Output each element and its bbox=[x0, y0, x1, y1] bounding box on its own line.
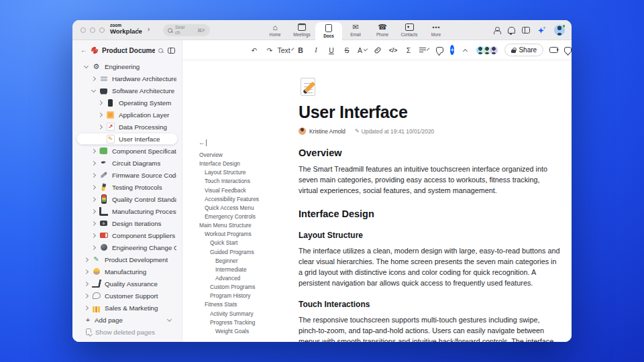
collapse-toolbar-button[interactable] bbox=[460, 44, 470, 57]
underline-button[interactable]: U bbox=[327, 44, 336, 57]
sidebar-page-item[interactable]: Sales & Marketing bbox=[72, 302, 182, 314]
comment-button[interactable] bbox=[435, 44, 444, 57]
redo-button[interactable]: ↷ bbox=[265, 44, 274, 57]
sidebar-page-item[interactable]: User Interface bbox=[76, 133, 178, 145]
sidebar-page-item[interactable]: Engineering Change Orders bbox=[72, 241, 182, 253]
toc-item[interactable]: Emergency Controls bbox=[199, 212, 292, 221]
sidebar-search-icon[interactable] bbox=[158, 48, 163, 53]
video-camera-icon[interactable] bbox=[549, 47, 558, 53]
tree-chevron-icon[interactable] bbox=[91, 208, 96, 213]
toc-item[interactable]: Quick Start bbox=[199, 239, 292, 247]
sidebar-page-item[interactable]: Manufacturing bbox=[72, 265, 182, 278]
sidebar-page-item[interactable]: Quality Assurance bbox=[72, 278, 182, 290]
add-page-button[interactable]: + Add page bbox=[72, 314, 182, 326]
tree-chevron-icon[interactable] bbox=[98, 100, 103, 105]
toc-item[interactable]: Intermediate bbox=[199, 265, 292, 274]
toc-item[interactable]: Progress Tracking bbox=[199, 318, 292, 326]
window-close-button[interactable] bbox=[80, 27, 86, 33]
toc-item[interactable]: Activity Summary bbox=[199, 309, 292, 318]
top-nav-tab[interactable]: Docs bbox=[315, 22, 342, 40]
sidebar-page-item[interactable]: Testing Protocols bbox=[72, 181, 182, 193]
tree-chevron-icon[interactable] bbox=[91, 221, 96, 225]
window-minimize-button[interactable] bbox=[90, 27, 95, 33]
sidebar-page-item[interactable]: Engineering bbox=[72, 60, 182, 72]
toc-item[interactable]: Visual Feedback bbox=[199, 186, 292, 194]
top-nav-tab[interactable]: More bbox=[423, 20, 449, 40]
toc-item[interactable]: Accessibility Features bbox=[199, 194, 292, 203]
insert-block-button[interactable]: + bbox=[450, 45, 454, 55]
text-color-dropdown[interactable]: A bbox=[358, 44, 367, 57]
toc-item[interactable]: Layout Structure bbox=[199, 168, 292, 177]
tree-chevron-icon[interactable] bbox=[84, 305, 89, 310]
sidebar-page-item[interactable]: Quality Control Standards bbox=[72, 193, 182, 205]
sidebar-page-item[interactable]: Component Specifications bbox=[72, 145, 182, 157]
tree-chevron-icon[interactable] bbox=[91, 172, 96, 177]
tree-chevron-icon[interactable] bbox=[84, 63, 89, 68]
sidebar-page-item[interactable]: Operating System bbox=[72, 97, 182, 109]
sidebar-page-item[interactable]: Component Suppliers bbox=[72, 229, 182, 241]
italic-button[interactable]: I bbox=[311, 44, 321, 57]
toc-item[interactable]: Custom Programs bbox=[199, 283, 292, 292]
toc-item[interactable]: Overview bbox=[199, 151, 292, 160]
bold-button[interactable]: B bbox=[296, 44, 305, 57]
strikethrough-button[interactable]: S bbox=[342, 44, 352, 57]
toc-item[interactable]: Weight Goals bbox=[199, 326, 292, 335]
tree-chevron-icon[interactable] bbox=[84, 281, 89, 286]
sidebar-page-item[interactable]: Data Processing bbox=[72, 121, 182, 133]
text-style-dropdown[interactable]: Text bbox=[280, 44, 290, 57]
toc-item[interactable]: Fitness Stats bbox=[199, 300, 292, 309]
tree-chevron-icon[interactable] bbox=[91, 245, 96, 249]
show-deleted-pages-button[interactable]: Show deleted pages bbox=[72, 326, 182, 338]
tree-chevron-icon[interactable] bbox=[91, 160, 96, 165]
toc-item[interactable]: Main Menu Structure bbox=[199, 221, 292, 230]
window-zoom-button[interactable] bbox=[99, 27, 105, 33]
insert-link-button[interactable] bbox=[373, 44, 382, 57]
back-arrow-button[interactable]: ‹ bbox=[137, 25, 140, 33]
add-page-chevron-icon[interactable] bbox=[167, 316, 172, 321]
account-avatar[interactable] bbox=[554, 25, 565, 36]
collaborator-avatars[interactable] bbox=[476, 46, 498, 55]
document-editor[interactable]: User Interface Kristine Arnold ✎ Updated… bbox=[292, 60, 572, 342]
tree-chevron-icon[interactable] bbox=[98, 124, 103, 129]
sidebar-page-item[interactable]: Manufacturing Process bbox=[72, 205, 182, 217]
sidebar-page-item[interactable]: Hardware Architecture bbox=[72, 72, 182, 84]
equation-button[interactable]: Σ bbox=[404, 44, 413, 57]
tree-chevron-icon[interactable] bbox=[91, 233, 96, 237]
toc-item[interactable]: Workout Programs bbox=[199, 230, 292, 239]
sidebar-collapse-icon[interactable] bbox=[168, 48, 175, 54]
toc-item[interactable]: Touch Interactions bbox=[199, 177, 292, 186]
profile-icon[interactable] bbox=[494, 27, 500, 34]
tree-chevron-icon[interactable] bbox=[91, 148, 96, 153]
tree-chevron-icon[interactable] bbox=[98, 112, 103, 117]
tree-chevron-icon[interactable] bbox=[91, 87, 96, 92]
toc-item[interactable]: Guided Programs bbox=[199, 247, 292, 256]
sidebar-page-item[interactable]: Circuit Diagrams bbox=[72, 157, 182, 169]
ai-companion-sparkle-icon[interactable] bbox=[538, 26, 546, 34]
toc-item[interactable]: Advanced bbox=[199, 274, 292, 282]
sidebar-back-button[interactable]: ← bbox=[80, 47, 87, 54]
alignment-dropdown[interactable] bbox=[419, 44, 429, 57]
share-button[interactable]: Share bbox=[504, 44, 543, 56]
notifications-bell-icon[interactable] bbox=[508, 27, 514, 34]
toc-collapse-icon[interactable]: ← bbox=[199, 139, 207, 146]
toc-item[interactable]: Interface Design bbox=[199, 160, 292, 168]
undo-button[interactable]: ↶ bbox=[250, 44, 259, 57]
top-nav-tab[interactable]: Home bbox=[262, 20, 288, 40]
toc-item[interactable]: Beginner bbox=[199, 256, 292, 265]
document-title[interactable]: User Interface bbox=[299, 103, 560, 122]
tree-chevron-icon[interactable] bbox=[91, 76, 96, 80]
workspace-title[interactable]: Product Documenta... bbox=[102, 47, 155, 54]
tree-chevron-icon[interactable] bbox=[91, 196, 96, 201]
chat-icon[interactable] bbox=[564, 47, 572, 53]
sidebar-page-item[interactable]: Product Development bbox=[72, 253, 182, 265]
tree-chevron-icon[interactable] bbox=[84, 293, 89, 298]
sidebar-page-item[interactable]: Firmware Source Code bbox=[72, 169, 182, 181]
document-memo-icon[interactable] bbox=[299, 77, 319, 97]
forward-arrow-button[interactable]: › bbox=[148, 25, 150, 33]
sidebar-page-item[interactable]: Software Architecture bbox=[72, 84, 182, 97]
top-nav-tab[interactable]: Email bbox=[342, 20, 369, 40]
side-panel-toggle-icon[interactable] bbox=[522, 27, 530, 34]
code-block-button[interactable]: </> bbox=[388, 44, 398, 57]
global-search-input[interactable]: Search ⌘F bbox=[163, 24, 210, 36]
tree-chevron-icon[interactable] bbox=[91, 184, 96, 189]
